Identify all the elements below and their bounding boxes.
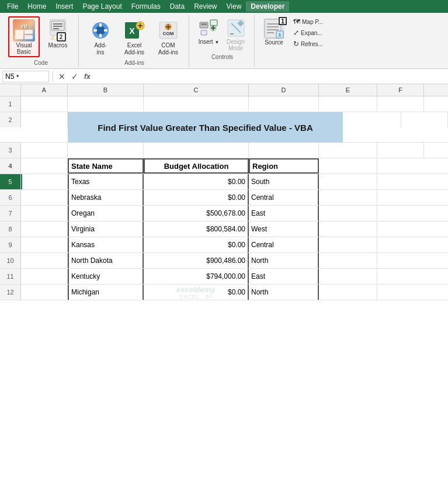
name-box[interactable]: N5 ▼ <box>2 71 49 82</box>
cell-c6[interactable]: $0.00 <box>144 190 249 205</box>
menu-insert[interactable]: Insert <box>51 1 78 12</box>
cell-d4[interactable]: Region <box>249 158 319 174</box>
map-properties-button[interactable]: 🗺 Map P... <box>291 16 326 27</box>
cell-c4[interactable]: Budget Allocation <box>144 158 249 174</box>
addins-button[interactable]: Add-ins <box>85 16 116 58</box>
refresh-button[interactable]: ↻ Refres... <box>291 39 326 49</box>
confirm-formula-button[interactable]: ✓ <box>70 72 80 81</box>
row-num-9: 9 <box>0 237 21 252</box>
cell-a12[interactable] <box>21 285 68 300</box>
cell-d10[interactable]: North <box>249 253 319 268</box>
cell-b9[interactable]: Kansas <box>68 237 144 252</box>
cell-e6[interactable] <box>319 190 377 205</box>
map-properties-icon: 🗺 <box>293 18 300 26</box>
cell-e9[interactable] <box>319 237 377 252</box>
col-header-b[interactable]: B <box>68 84 144 96</box>
col-header-f[interactable]: F <box>377 84 424 96</box>
cell-e11[interactable] <box>319 269 377 284</box>
cell-b5[interactable]: Texas <box>68 174 144 189</box>
menu-page-layout[interactable]: Page Layout <box>78 1 126 12</box>
cell-e2[interactable] <box>343 112 401 127</box>
menu-view[interactable]: View <box>222 1 246 12</box>
cell-f2[interactable] <box>401 112 448 127</box>
cell-c12[interactable]: exceldemy EXCEL · BI $0.00 <box>144 285 249 300</box>
cell-d12[interactable]: North <box>249 285 319 300</box>
vb-icon-graphic: VB <box>13 19 35 41</box>
cell-b11[interactable]: Kentucky <box>68 269 144 284</box>
expand-button[interactable]: ⤢ Expan... <box>291 27 326 38</box>
cell-a5[interactable] <box>21 174 68 189</box>
menu-review[interactable]: Review <box>189 1 221 12</box>
insert-function-button[interactable]: fx <box>82 72 92 81</box>
cell-e1[interactable] <box>319 96 377 112</box>
macros-button[interactable]: ⚠ 2 Macros <box>42 16 74 51</box>
col-header-e[interactable]: E <box>319 84 377 96</box>
cell-c7[interactable]: $500,678.00 <box>144 206 249 221</box>
cell-b12[interactable]: Michigan <box>68 285 144 300</box>
com-addins-button[interactable]: COM COMAdd-ins <box>152 16 184 58</box>
design-mode-button[interactable]: DesignMode <box>223 16 249 53</box>
cell-b10[interactable]: North Dakota <box>68 253 144 268</box>
com-addins-icon: COM <box>157 19 180 42</box>
menu-formulas[interactable]: Formulas <box>127 1 165 12</box>
visual-basic-button[interactable]: VB VisualBasic <box>8 16 40 57</box>
cell-b1[interactable] <box>68 96 144 112</box>
cell-b7[interactable]: Oregan <box>68 206 144 221</box>
cell-c1[interactable] <box>144 96 249 112</box>
cell-a3[interactable] <box>21 143 68 158</box>
cell-c8[interactable]: $800,584.00 <box>144 221 249 237</box>
svg-text:X: X <box>129 26 135 36</box>
cell-e4[interactable] <box>319 158 377 174</box>
cell-b4[interactable]: State Name <box>68 158 144 174</box>
cell-c5[interactable]: $0.00 <box>144 174 249 189</box>
col-header-d[interactable]: D <box>249 84 319 96</box>
cell-f3[interactable] <box>377 143 424 158</box>
cell-d1[interactable] <box>249 96 319 112</box>
menu-developer[interactable]: Developer <box>246 1 289 12</box>
cell-d9[interactable]: Central <box>249 237 319 252</box>
cell-b8[interactable]: Virginia <box>68 221 144 237</box>
cell-e7[interactable] <box>319 206 377 221</box>
cell-a11[interactable] <box>21 269 68 284</box>
cell-d11[interactable]: East <box>249 269 319 284</box>
cell-c3[interactable] <box>144 143 249 158</box>
col-header-c[interactable]: C <box>144 84 249 96</box>
cell-b3[interactable] <box>68 143 144 158</box>
menu-data[interactable]: Data <box>165 1 189 12</box>
col-header-a[interactable]: A <box>21 84 68 96</box>
cell-d6[interactable]: Central <box>249 190 319 205</box>
cell-d7[interactable]: East <box>249 206 319 221</box>
name-box-dropdown[interactable]: ▼ <box>15 74 20 79</box>
cell-d3[interactable] <box>249 143 319 158</box>
title-cell[interactable]: Find First Value Greater Than Specified … <box>68 112 343 143</box>
source-button[interactable]: 1 1 Source <box>261 16 287 47</box>
cell-d5[interactable]: South <box>249 174 319 189</box>
insert-button[interactable]: Insert ▼ <box>196 16 222 46</box>
cell-b6[interactable]: Nebraska <box>68 190 144 205</box>
excel-addins-button[interactable]: X ExcelAdd-ins <box>119 16 150 58</box>
cell-a4[interactable] <box>21 158 68 174</box>
cell-a10[interactable] <box>21 253 68 268</box>
cell-c10[interactable]: $900,486.00 <box>144 253 249 268</box>
cell-e3[interactable] <box>319 143 377 158</box>
cell-d8[interactable]: West <box>249 221 319 237</box>
cell-e10[interactable] <box>319 253 377 268</box>
cell-c11[interactable]: $794,000.00 <box>144 269 249 284</box>
cancel-formula-button[interactable]: ✕ <box>57 72 67 81</box>
cell-a6[interactable] <box>21 190 68 205</box>
cell-e12[interactable] <box>319 285 377 300</box>
cell-a7[interactable] <box>21 206 68 221</box>
cell-a8[interactable] <box>21 221 68 237</box>
menu-home[interactable]: Home <box>23 1 51 12</box>
formula-input[interactable] <box>95 71 446 82</box>
macros-label: Macros <box>48 42 68 49</box>
cell-e8[interactable] <box>319 221 377 237</box>
row-num-12: 12 <box>0 285 21 300</box>
cell-a9[interactable] <box>21 237 68 252</box>
cell-a2[interactable] <box>21 112 68 127</box>
menu-file[interactable]: File <box>2 1 23 12</box>
cell-f1[interactable] <box>377 96 424 112</box>
cell-e5[interactable] <box>319 174 377 189</box>
cell-c9[interactable]: $0.00 <box>144 237 249 252</box>
cell-a1[interactable] <box>21 96 68 112</box>
